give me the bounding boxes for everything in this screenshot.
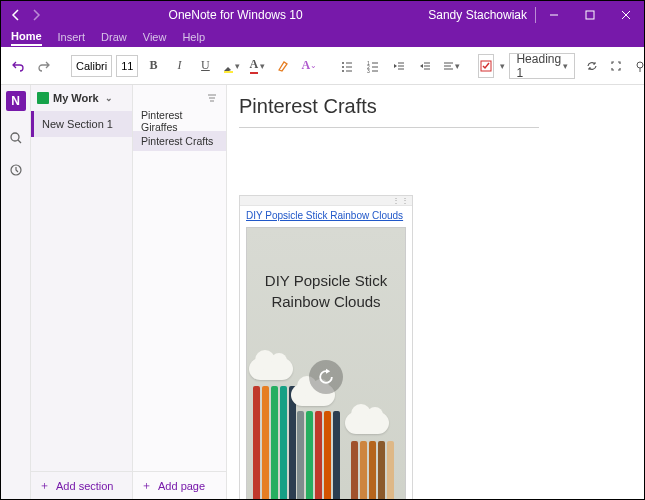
ribbon: Calibri 11 B I U ▾ A▾ A⌄ 123 ▾ ▾ Heading… <box>1 47 644 85</box>
page-item[interactable]: Pinterest Crafts <box>133 131 226 151</box>
add-page-label: Add page <box>158 480 205 492</box>
notebook-picker[interactable]: My Work ⌄ <box>31 85 132 111</box>
bold-button[interactable]: B <box>142 53 164 79</box>
plus-icon: ＋ <box>39 478 50 493</box>
close-button[interactable] <box>608 1 644 29</box>
onenote-logo-icon[interactable]: N <box>6 91 26 111</box>
maximize-button[interactable] <box>572 1 608 29</box>
highlight-button[interactable]: ▾ <box>220 53 242 79</box>
search-icon[interactable] <box>7 129 25 147</box>
plus-icon: ＋ <box>141 478 152 493</box>
pages-sort-button[interactable] <box>133 85 226 111</box>
svg-rect-2 <box>224 71 233 73</box>
forward-button[interactable] <box>29 8 43 22</box>
svg-text:3: 3 <box>367 68 370 73</box>
outdent-button[interactable] <box>388 53 410 79</box>
title-underline <box>239 127 539 128</box>
chevron-down-icon: ▾ <box>563 61 568 71</box>
image-caption-line: Rainbow Clouds <box>247 291 405 312</box>
font-name-select[interactable]: Calibri <box>71 55 112 77</box>
add-section-button[interactable]: ＋ Add section <box>31 471 132 499</box>
align-button[interactable]: ▾ <box>440 53 462 79</box>
svg-point-25 <box>637 62 643 68</box>
font-name-value: Calibri <box>76 60 107 72</box>
tab-home[interactable]: Home <box>11 30 42 46</box>
pages-pane: Pinterest Giraffes Pinterest Crafts ＋ Ad… <box>133 85 227 499</box>
svg-point-28 <box>11 133 19 141</box>
svg-line-29 <box>18 140 21 143</box>
section-label: New Section 1 <box>42 118 113 130</box>
recent-icon[interactable] <box>7 161 25 179</box>
page-label: Pinterest Giraffes <box>141 109 218 133</box>
notebook-label: My Work <box>53 92 99 104</box>
numbering-button[interactable]: 123 <box>362 53 384 79</box>
ribbon-right: Share … <box>583 57 645 75</box>
app-title: OneNote for Windows 10 <box>51 8 420 22</box>
page-label: Pinterest Crafts <box>141 135 213 147</box>
font-size-select[interactable]: 11 <box>116 55 138 77</box>
redo-button[interactable] <box>33 53 55 79</box>
grip-icon: ⋮⋮ <box>392 196 410 205</box>
font-size-value: 11 <box>121 60 133 72</box>
user-name[interactable]: Sandy Stachowiak <box>420 8 535 22</box>
clip-link[interactable]: DIY Popsicle Stick Rainbow Clouds <box>240 206 412 225</box>
notebook-color-icon <box>37 92 49 104</box>
page-title[interactable]: Pinterest Crafts <box>239 95 377 118</box>
svg-point-7 <box>342 70 344 72</box>
heading-style-select[interactable]: Heading 1 ▾ <box>509 53 575 79</box>
format-painter-button[interactable]: A⌄ <box>298 53 320 79</box>
add-page-button[interactable]: ＋ Add page <box>133 471 226 499</box>
tab-view[interactable]: View <box>143 31 167 45</box>
sync-icon[interactable] <box>583 57 601 75</box>
page-item[interactable]: Pinterest Giraffes <box>133 111 226 131</box>
tab-draw[interactable]: Draw <box>101 31 127 45</box>
italic-button[interactable]: I <box>168 53 190 79</box>
title-bar: OneNote for Windows 10 Sandy Stachowiak <box>1 1 644 29</box>
back-button[interactable] <box>9 8 23 22</box>
clear-format-button[interactable] <box>272 53 294 79</box>
section-item[interactable]: New Section 1 <box>31 111 132 137</box>
undo-button[interactable] <box>7 53 29 79</box>
svg-rect-1 <box>586 11 594 19</box>
chevron-down-icon[interactable]: ▾ <box>500 61 505 71</box>
indent-button[interactable] <box>414 53 436 79</box>
clipped-image[interactable]: DIY Popsicle Stick Rainbow Clouds <box>246 227 406 499</box>
filter-icon <box>206 92 218 104</box>
todo-tag-button[interactable] <box>478 54 494 78</box>
underline-button[interactable]: U <box>194 53 216 79</box>
nav-rail: N <box>1 85 31 499</box>
add-section-label: Add section <box>56 480 113 492</box>
minimize-button[interactable] <box>536 1 572 29</box>
bullets-button[interactable] <box>336 53 358 79</box>
menu-bar: Home Insert Draw View Help <box>1 29 644 47</box>
page-canvas[interactable]: Pinterest Crafts ⋮⋮ DIY Popsicle Stick R… <box>227 85 644 499</box>
tab-help[interactable]: Help <box>182 31 205 45</box>
chevron-down-icon: ⌄ <box>105 93 113 103</box>
heading-style-value: Heading 1 <box>516 52 561 80</box>
refresh-overlay-icon[interactable] <box>309 360 343 394</box>
image-caption: DIY Popsicle Stick Rainbow Clouds <box>247 270 405 312</box>
content-container[interactable]: ⋮⋮ DIY Popsicle Stick Rainbow Clouds DIY… <box>239 195 413 499</box>
svg-point-5 <box>342 66 344 68</box>
container-handle[interactable]: ⋮⋮ <box>240 196 412 206</box>
svg-point-3 <box>342 62 344 64</box>
image-caption-line: DIY Popsicle Stick <box>247 270 405 291</box>
font-color-button[interactable]: A▾ <box>246 53 268 79</box>
tab-insert[interactable]: Insert <box>58 31 86 45</box>
sections-pane: My Work ⌄ New Section 1 ＋ Add section <box>31 85 133 499</box>
fullscreen-icon[interactable] <box>607 57 625 75</box>
lightbulb-icon[interactable] <box>631 57 645 75</box>
